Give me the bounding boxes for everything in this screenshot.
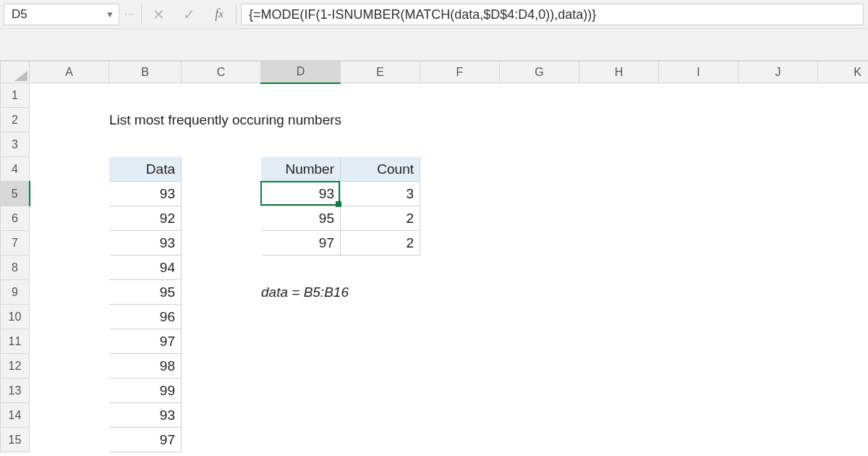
cell[interactable] <box>818 305 869 329</box>
cell[interactable] <box>420 256 500 280</box>
cell[interactable] <box>182 157 261 182</box>
cell[interactable] <box>500 83 579 108</box>
row-header[interactable]: 12 <box>1 354 30 379</box>
col-header[interactable]: C <box>182 62 261 83</box>
cell[interactable] <box>30 231 109 256</box>
cell[interactable] <box>182 354 261 379</box>
cell[interactable] <box>739 428 818 452</box>
result-count-cell[interactable]: 3 <box>341 182 420 206</box>
cell[interactable] <box>500 157 579 182</box>
cell[interactable] <box>739 379 818 403</box>
name-box[interactable]: D5 ▼ <box>4 4 119 25</box>
col-header[interactable]: K <box>818 62 869 83</box>
col-header[interactable]: D <box>261 62 341 83</box>
cell[interactable] <box>182 379 261 403</box>
cell[interactable] <box>579 108 659 132</box>
cell[interactable] <box>579 182 659 206</box>
cell[interactable] <box>30 157 109 182</box>
cell[interactable] <box>739 206 818 231</box>
cell[interactable] <box>341 354 420 379</box>
cell[interactable] <box>500 403 579 428</box>
data-cell[interactable]: 95 <box>109 280 182 305</box>
cell[interactable] <box>579 83 659 108</box>
cell[interactable] <box>579 403 659 428</box>
cell[interactable] <box>659 305 739 329</box>
cell[interactable] <box>182 132 261 157</box>
data-cell[interactable]: 96 <box>109 305 182 329</box>
cell[interactable] <box>818 280 869 305</box>
cell[interactable] <box>500 132 579 157</box>
cell[interactable] <box>30 280 109 305</box>
col-header[interactable]: A <box>30 62 109 83</box>
cell[interactable] <box>341 403 420 428</box>
cell[interactable] <box>579 354 659 379</box>
result-number-cell[interactable]: 95 <box>261 206 341 231</box>
cell[interactable] <box>500 108 579 132</box>
cell[interactable] <box>261 83 341 108</box>
table-header-count[interactable]: Count <box>341 157 420 182</box>
cell[interactable] <box>261 305 341 329</box>
cell[interactable] <box>818 182 869 206</box>
cell[interactable] <box>818 403 869 428</box>
cell[interactable] <box>579 157 659 182</box>
cell[interactable] <box>659 182 739 206</box>
result-number-cell[interactable]: 93 <box>261 182 341 206</box>
cell[interactable] <box>739 329 818 354</box>
cell[interactable] <box>420 354 500 379</box>
cell[interactable] <box>739 132 818 157</box>
cell[interactable] <box>182 206 261 231</box>
cell[interactable] <box>818 108 869 132</box>
cell[interactable] <box>579 305 659 329</box>
row-header[interactable]: 9 <box>1 280 30 305</box>
result-count-cell[interactable]: 2 <box>341 206 420 231</box>
cell[interactable] <box>420 379 500 403</box>
cell[interactable] <box>500 280 579 305</box>
cell[interactable] <box>182 403 261 428</box>
row-header[interactable]: 5 <box>1 182 30 206</box>
cell[interactable] <box>261 403 341 428</box>
cell[interactable] <box>420 132 500 157</box>
col-header[interactable]: G <box>500 62 579 83</box>
cell[interactable] <box>420 305 500 329</box>
insert-function-button[interactable]: fx <box>204 0 234 28</box>
cell[interactable] <box>659 231 739 256</box>
cell[interactable] <box>341 132 420 157</box>
cell[interactable] <box>341 83 420 108</box>
table-header-data[interactable]: Data <box>109 157 182 182</box>
cell[interactable] <box>500 428 579 452</box>
chevron-down-icon[interactable]: ▼ <box>106 9 114 20</box>
cell[interactable] <box>739 157 818 182</box>
data-cell[interactable]: 98 <box>109 354 182 379</box>
cell[interactable] <box>659 206 739 231</box>
cell[interactable] <box>420 157 500 182</box>
cell[interactable] <box>30 329 109 354</box>
cell[interactable] <box>659 83 739 108</box>
cell[interactable] <box>818 256 869 280</box>
cell[interactable] <box>30 108 109 132</box>
result-count-cell[interactable]: 2 <box>341 231 420 256</box>
cell[interactable] <box>341 108 420 132</box>
cell[interactable] <box>500 231 579 256</box>
row-header[interactable]: 7 <box>1 231 30 256</box>
data-cell[interactable]: 93 <box>109 403 182 428</box>
cell[interactable] <box>739 231 818 256</box>
cell[interactable] <box>659 329 739 354</box>
cell[interactable] <box>182 256 261 280</box>
cell[interactable] <box>579 132 659 157</box>
data-cell[interactable]: 93 <box>109 182 182 206</box>
cell[interactable] <box>261 132 341 157</box>
table-header-number[interactable]: Number <box>261 157 341 182</box>
row-header[interactable]: 4 <box>1 157 30 182</box>
data-cell[interactable]: 99 <box>109 379 182 403</box>
cell[interactable] <box>818 379 869 403</box>
cell[interactable] <box>30 256 109 280</box>
cell[interactable] <box>659 132 739 157</box>
cell[interactable] <box>30 379 109 403</box>
cell[interactable] <box>30 206 109 231</box>
cell[interactable] <box>420 206 500 231</box>
cell[interactable] <box>818 132 869 157</box>
cell[interactable] <box>261 329 341 354</box>
cell[interactable] <box>30 83 109 108</box>
cell[interactable] <box>659 157 739 182</box>
cell[interactable] <box>818 83 869 108</box>
